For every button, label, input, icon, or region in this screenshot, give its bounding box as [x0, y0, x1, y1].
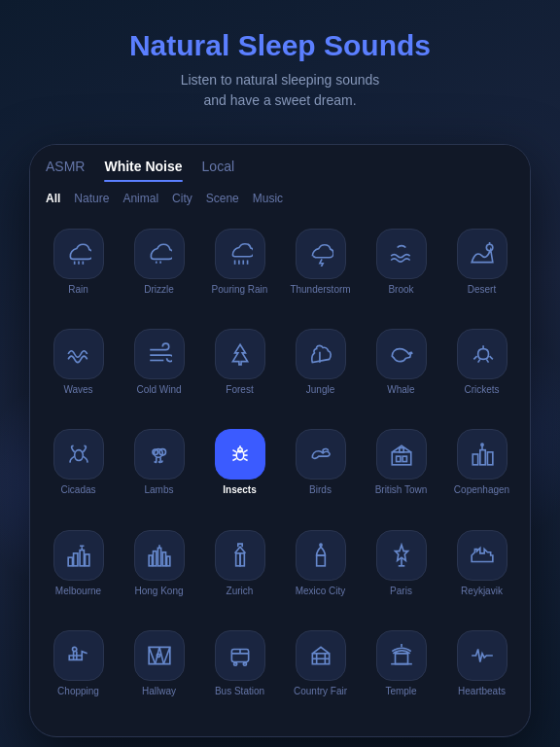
svg-rect-43	[166, 556, 169, 566]
sound-lambs[interactable]: Lambs	[119, 421, 199, 521]
sound-crickets-label: Crickets	[464, 384, 499, 395]
sound-whale[interactable]: Whale	[361, 321, 441, 421]
sound-brook-label: Brook	[388, 284, 413, 295]
sound-insects-label: Insects	[223, 484, 256, 495]
sound-bus-station-label: Bus Station	[215, 686, 264, 696]
svg-line-57	[163, 647, 170, 663]
svg-rect-28	[396, 457, 400, 462]
sound-chopping[interactable]: Chopping	[38, 622, 119, 723]
sound-melbourne[interactable]: Melbourne	[38, 522, 119, 622]
filter-animal[interactable]: Animal	[122, 192, 158, 205]
sound-zurich-label: Zurich	[227, 586, 254, 596]
svg-line-14	[473, 356, 476, 359]
sound-cicadas-label: Cicadas	[60, 484, 95, 495]
sound-hallway[interactable]: Hallway	[119, 622, 199, 723]
sound-chopping-label: Chopping	[57, 686, 99, 696]
page-subtitle: Listen to natural sleeping soundsand hav…	[19, 70, 541, 111]
header: Natural Sleep Sounds Listen to natural s…	[0, 0, 560, 130]
sound-hong-kong-label: Hong Kong	[134, 586, 183, 596]
svg-point-53	[72, 647, 76, 651]
sound-lambs-label: Lambs	[144, 484, 173, 495]
sound-rain-label: Rain	[68, 284, 88, 295]
sound-heartbeats-label: Heartbeats	[458, 686, 506, 696]
sound-melbourne-label: Melbourne	[55, 586, 101, 596]
sound-thunderstorm[interactable]: Thunderstorm	[280, 221, 361, 321]
sound-forest[interactable]: Forest	[199, 321, 280, 421]
sound-country-fair[interactable]: Country Fair	[280, 622, 361, 723]
sound-heartbeats[interactable]: Heartbeats	[441, 622, 522, 723]
svg-rect-40	[153, 551, 156, 565]
svg-line-15	[489, 356, 492, 359]
sound-cold-wind[interactable]: Cold Wind	[119, 321, 199, 421]
svg-rect-41	[158, 548, 160, 565]
svg-line-17	[486, 360, 488, 363]
tab-white-noise[interactable]: White Noise	[104, 159, 182, 182]
sound-temple[interactable]: Temple	[361, 622, 441, 723]
sound-waves[interactable]: Waves	[38, 321, 119, 421]
sound-british-town-label: British Town	[375, 484, 428, 495]
svg-rect-37	[80, 550, 84, 565]
svg-rect-35	[68, 557, 72, 566]
sound-copenhagen-label: Copenhagen	[454, 484, 509, 495]
sound-crickets[interactable]: Crickets	[441, 321, 522, 421]
filter-music[interactable]: Music	[253, 192, 283, 205]
page-title: Natural Sleep Sounds	[19, 29, 541, 62]
sound-desert[interactable]: Desert	[441, 221, 522, 321]
sound-desert-label: Desert	[468, 284, 496, 295]
sound-birds-label: Birds	[309, 484, 332, 495]
svg-point-34	[480, 445, 482, 446]
sound-zurich[interactable]: Zurich	[199, 522, 280, 622]
svg-point-9	[486, 244, 493, 251]
sound-hallway-label: Hallway	[142, 686, 176, 696]
svg-rect-30	[399, 448, 402, 452]
tabs-bar: ASMR White Noise Local	[30, 145, 530, 182]
svg-point-48	[319, 544, 321, 546]
filter-city[interactable]: City	[172, 192, 192, 205]
svg-rect-38	[85, 554, 88, 566]
svg-rect-42	[162, 551, 165, 565]
sound-birds[interactable]: Birds	[280, 421, 361, 521]
sound-waves-label: Waves	[63, 384, 92, 395]
sound-cold-wind-label: Cold Wind	[136, 384, 181, 395]
svg-rect-46	[316, 555, 325, 566]
sound-british-town[interactable]: British Town	[361, 421, 441, 521]
svg-rect-36	[73, 552, 77, 565]
sound-temple-label: Temple	[385, 686, 416, 696]
sound-forest-label: Forest	[226, 384, 253, 395]
sound-mexico-city-label: Mexico City	[296, 586, 346, 596]
sound-thunderstorm-label: Thunderstorm	[290, 284, 350, 295]
sound-paris[interactable]: Paris	[361, 522, 441, 622]
filter-nature[interactable]: Nature	[74, 192, 109, 205]
svg-point-58	[157, 654, 159, 657]
sound-pouring-rain[interactable]: Pouring Rain	[199, 221, 280, 321]
sound-jungle-label: Jungle	[306, 384, 334, 395]
sound-brook[interactable]: Brook	[361, 221, 441, 321]
sound-drizzle-label: Drizzle	[144, 284, 174, 295]
svg-rect-39	[149, 555, 152, 566]
sounds-grid: Rain Drizzle Pouring Rain Thunderstorm B…	[30, 215, 530, 729]
tab-asmr[interactable]: ASMR	[46, 159, 85, 182]
tab-local[interactable]: Local	[202, 159, 234, 182]
sound-pouring-rain-label: Pouring Rain	[212, 284, 268, 295]
svg-rect-31	[472, 454, 477, 465]
sound-rain[interactable]: Rain	[38, 221, 119, 321]
filter-all[interactable]: All	[46, 192, 60, 205]
sound-reykjavik[interactable]: Reykjavik	[441, 522, 522, 622]
svg-point-21	[152, 450, 157, 455]
sound-hong-kong[interactable]: Hong Kong	[119, 522, 199, 622]
sound-bus-station[interactable]: Bus Station	[199, 622, 280, 723]
svg-rect-29	[402, 457, 406, 462]
filter-bar: All Nature Animal City Scene Music	[30, 182, 530, 215]
svg-rect-27	[392, 452, 411, 465]
sound-cicadas[interactable]: Cicadas	[38, 421, 119, 521]
sound-whale-label: Whale	[387, 384, 414, 395]
sound-insects[interactable]: Insects	[199, 421, 280, 521]
filter-scene[interactable]: Scene	[206, 192, 239, 205]
svg-point-18	[74, 450, 83, 461]
sound-drizzle[interactable]: Drizzle	[119, 221, 199, 321]
sound-jungle[interactable]: Jungle	[280, 321, 361, 421]
svg-line-56	[149, 647, 156, 663]
sound-paris-label: Paris	[390, 586, 412, 596]
sound-copenhagen[interactable]: Copenhagen	[441, 421, 522, 521]
sound-mexico-city[interactable]: Mexico City	[280, 522, 361, 622]
